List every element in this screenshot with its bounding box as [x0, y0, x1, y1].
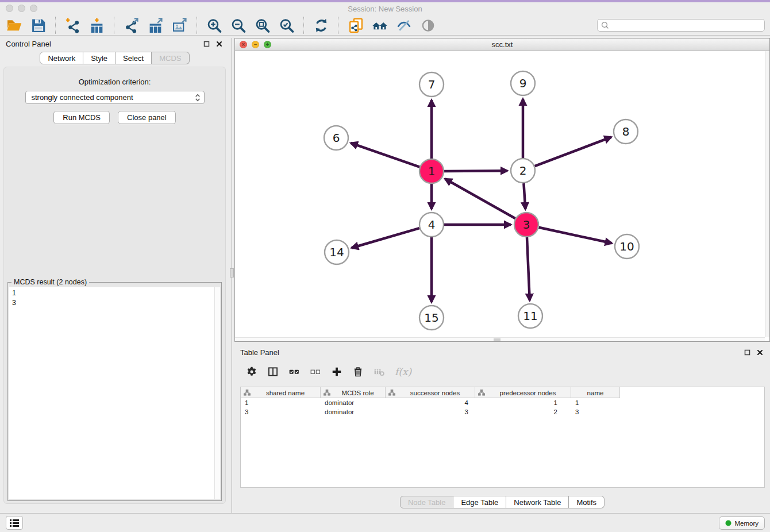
tab-network-table[interactable]: Network Table	[506, 496, 569, 508]
split-panel-icon[interactable]	[267, 366, 279, 377]
zoom-selected-icon[interactable]	[277, 17, 296, 34]
zoom-fit-icon[interactable]	[253, 17, 272, 34]
clone-network-icon[interactable]	[346, 17, 365, 34]
tab-select[interactable]: Select	[116, 52, 152, 64]
import-network-icon[interactable]	[63, 17, 82, 34]
table-body: 1dominator4113dominator323	[241, 398, 764, 417]
select-all-icon[interactable]	[288, 366, 300, 377]
tab-style[interactable]: Style	[83, 52, 116, 64]
close-window-button[interactable]	[6, 5, 13, 12]
result-scrollbar[interactable]	[214, 287, 220, 499]
node-8[interactable]: 8	[614, 119, 638, 144]
node-14[interactable]: 14	[325, 240, 349, 264]
attribute-type-icon	[244, 390, 251, 396]
minimize-window-button[interactable]	[18, 5, 25, 12]
export-image-icon[interactable]	[170, 17, 189, 34]
main-toolbar	[0, 16, 770, 36]
node-7[interactable]: 7	[419, 72, 444, 97]
edge-3-1[interactable]	[445, 179, 515, 218]
task-history-button[interactable]	[6, 516, 23, 530]
node-2[interactable]: 2	[511, 159, 535, 183]
table-settings-icon[interactable]	[246, 366, 257, 377]
column-header-predecessor-nodes[interactable]: predecessor nodes	[475, 387, 571, 398]
network-minimize-button[interactable]: –	[252, 41, 259, 48]
panel-splitter[interactable]	[229, 36, 234, 513]
optimization-criterion-label: Optimization criterion:	[4, 78, 225, 86]
zoom-in-icon[interactable]	[205, 17, 224, 34]
close-panel-button[interactable]: Close panel	[118, 111, 176, 124]
attribute-type-icon	[478, 390, 485, 396]
edge-4-14[interactable]	[352, 228, 419, 248]
open-network-icon[interactable]	[5, 17, 24, 34]
mcds-result-line: 3	[12, 298, 217, 308]
list-icon	[9, 518, 20, 527]
table-row[interactable]: 1dominator411	[241, 398, 764, 407]
zoom-out-icon[interactable]	[229, 17, 248, 34]
network-close-button[interactable]: ×	[240, 41, 247, 48]
node-11[interactable]: 11	[518, 304, 542, 328]
network-vertical-scrollbar[interactable]	[765, 51, 769, 337]
splitter-grip-icon[interactable]	[230, 268, 234, 277]
tab-motifs[interactable]: Motifs	[569, 496, 605, 508]
edge-3-11[interactable]	[527, 237, 530, 300]
toolbar-separator	[114, 17, 114, 34]
svg-text:14: 14	[329, 245, 344, 259]
edge-3-10[interactable]	[539, 228, 612, 244]
delete-column-icon[interactable]	[352, 366, 364, 377]
float-table-panel-icon[interactable]	[744, 349, 750, 356]
table-panel-title: Table Panel	[240, 348, 744, 357]
network-maximize-button[interactable]: +	[264, 41, 271, 48]
edge-1-6[interactable]	[351, 143, 420, 167]
tab-edge-table[interactable]: Edge Table	[453, 496, 506, 508]
svg-text:7: 7	[428, 78, 436, 91]
hide-graphics-icon[interactable]	[394, 17, 413, 34]
memory-button[interactable]: Memory	[719, 516, 765, 530]
node-3[interactable]: 3	[514, 213, 538, 237]
close-table-panel-icon[interactable]	[757, 349, 763, 356]
column-header-mcds-role[interactable]: MCDS role	[321, 387, 386, 398]
add-column-icon[interactable]	[331, 366, 342, 377]
column-header-shared-name[interactable]: shared name	[241, 387, 321, 398]
network-window-titlebar: × – + scc.txt	[235, 38, 769, 51]
export-table-icon[interactable]	[146, 17, 165, 34]
node-table: shared nameMCDS rolesuccessor nodesprede…	[240, 387, 765, 488]
node-6[interactable]: 6	[324, 126, 348, 150]
node-1[interactable]: 1	[419, 159, 444, 183]
toolbar-separator	[55, 17, 56, 34]
show-graphics-details-icon[interactable]	[418, 17, 437, 34]
column-header-successor-nodes[interactable]: successor nodes	[386, 387, 475, 398]
maximize-window-button[interactable]	[30, 5, 37, 12]
network-canvas[interactable]: 7968124314101511	[235, 51, 769, 341]
criterion-select[interactable]: strongly connected component	[25, 91, 205, 104]
scrollbar-grip[interactable]	[494, 338, 500, 341]
node-10[interactable]: 10	[615, 234, 639, 259]
save-session-icon[interactable]	[29, 17, 48, 34]
mcds-result-lines: 13	[9, 287, 220, 309]
export-network-icon[interactable]	[122, 17, 141, 34]
node-9[interactable]: 9	[511, 71, 535, 95]
tab-mcds[interactable]: MCDS	[152, 52, 189, 64]
column-header-name[interactable]: name	[571, 387, 620, 398]
deselect-all-icon[interactable]	[310, 366, 321, 377]
ndex-home-icon[interactable]	[370, 17, 389, 34]
node-15[interactable]: 15	[419, 306, 444, 330]
edge-2-8[interactable]	[535, 137, 611, 167]
table-cell: dominator	[321, 408, 386, 415]
tab-node-table[interactable]: Node Table	[400, 496, 454, 508]
network-horizontal-scrollbar[interactable]	[235, 337, 765, 341]
table-row[interactable]: 3dominator323	[241, 407, 764, 417]
float-panel-icon[interactable]	[203, 41, 210, 47]
refresh-layout-icon[interactable]	[311, 17, 330, 34]
network-window-traffic-lights: × – +	[240, 41, 271, 48]
node-4[interactable]: 4	[419, 213, 444, 237]
run-mcds-button[interactable]: Run MCDS	[53, 111, 110, 124]
tab-network[interactable]: Network	[40, 52, 83, 64]
table-cell: dominator	[321, 399, 386, 406]
close-panel-icon[interactable]	[216, 41, 222, 47]
search-input[interactable]	[597, 19, 765, 32]
import-table-icon[interactable]	[87, 17, 106, 34]
mcds-result-box[interactable]: 13	[9, 287, 220, 499]
mcds-panel-body: Optimization criterion: strongly connect…	[3, 67, 226, 504]
edge-2-3[interactable]	[523, 183, 525, 209]
edge-1-2[interactable]	[444, 171, 507, 171]
